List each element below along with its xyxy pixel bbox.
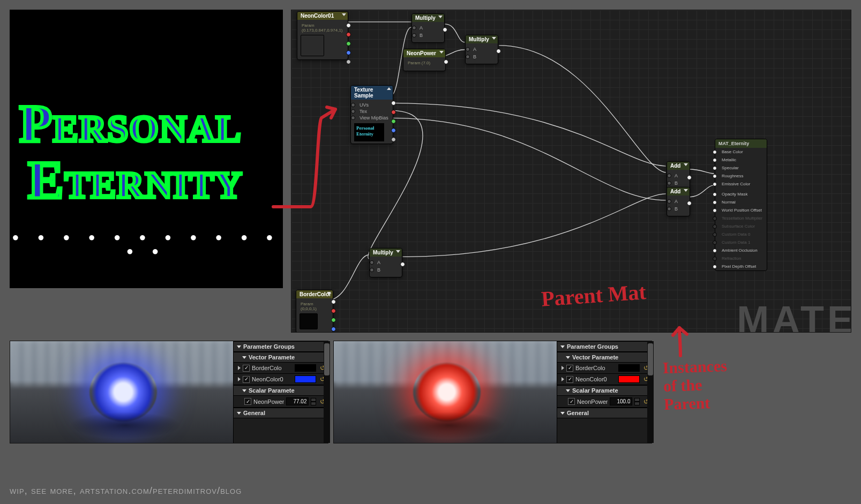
output-pin-b[interactable] — [391, 128, 396, 133]
output-pin[interactable] — [496, 49, 501, 54]
scalar-value-input[interactable] — [286, 397, 309, 405]
node-add-2[interactable]: Add A B — [667, 187, 690, 216]
spinner[interactable] — [634, 398, 640, 405]
node-add-1[interactable]: Add A B — [667, 161, 690, 191]
output-pin-r[interactable] — [331, 309, 336, 313]
input-pin[interactable] — [713, 265, 717, 269]
output-pin-rgb[interactable] — [331, 299, 336, 304]
expand-icon[interactable] — [561, 366, 564, 370]
input-pin-b[interactable] — [412, 33, 416, 37]
output-pin-g[interactable] — [331, 318, 336, 322]
input-pin[interactable] — [713, 216, 717, 221]
input-pin[interactable] — [713, 240, 717, 245]
input-pin[interactable] — [713, 192, 717, 197]
node-texture-sample[interactable]: Texture Sample UVs Tex View MipBias Pers… — [350, 85, 393, 144]
input-pin-a[interactable] — [412, 26, 416, 30]
collapse-icon[interactable] — [438, 16, 443, 18]
color-chip[interactable] — [618, 375, 640, 383]
node-neon-color[interactable]: NeonColor01 Param (0.173,0.847,0.974,1) — [297, 11, 348, 60]
output-pin-rgb[interactable] — [391, 101, 396, 106]
scrollbar-thumb[interactable] — [324, 343, 330, 375]
input-pin-b[interactable] — [667, 181, 671, 185]
group-header-parameter-groups[interactable]: Parameter Groups — [557, 341, 654, 352]
group-header-vector[interactable]: Vector Paramete — [557, 352, 654, 363]
override-checkbox[interactable] — [566, 376, 573, 383]
input-pin[interactable] — [713, 174, 717, 178]
input-pin-b[interactable] — [667, 207, 671, 211]
output-pin[interactable] — [687, 201, 692, 206]
group-header-vector[interactable]: Vector Paramete — [234, 352, 330, 363]
collapse-icon[interactable] — [492, 37, 496, 40]
output-pin[interactable] — [400, 262, 405, 267]
expand-icon[interactable] — [387, 87, 391, 90]
input-pin-a[interactable] — [667, 199, 671, 204]
output-pin[interactable] — [444, 59, 448, 64]
input-pin-b[interactable] — [466, 55, 470, 59]
output-pin-g[interactable] — [391, 119, 396, 124]
override-checkbox[interactable] — [243, 365, 250, 372]
input-pin[interactable] — [713, 200, 717, 205]
input-pin[interactable] — [713, 257, 717, 261]
override-checkbox[interactable] — [243, 376, 250, 383]
output-pin-b[interactable] — [331, 327, 336, 332]
input-pin-a[interactable] — [667, 174, 671, 178]
color-chip[interactable] — [295, 364, 316, 372]
scalar-value-input[interactable] — [610, 397, 632, 405]
node-border-color[interactable]: BorderColor Param (0,0,0,1) — [296, 290, 333, 333]
node-multiply-2[interactable]: Multiply A B — [465, 35, 498, 64]
input-pin[interactable] — [713, 166, 717, 170]
collapse-icon[interactable] — [439, 51, 444, 54]
node-multiply-1[interactable]: Multiply A B — [411, 13, 445, 43]
scrollbar[interactable] — [324, 341, 330, 443]
override-checkbox[interactable] — [566, 365, 573, 372]
input-pin-a[interactable] — [370, 260, 374, 265]
group-header-scalar[interactable]: Scalar Paramete — [557, 385, 654, 396]
output-pin[interactable] — [687, 175, 692, 180]
output-pin[interactable] — [443, 27, 447, 32]
override-checkbox[interactable] — [568, 398, 575, 405]
node-material-output[interactable]: MAT_Eternity Base Color Metallic Specula… — [715, 139, 767, 271]
collapse-icon[interactable] — [684, 163, 688, 166]
output-pin-r[interactable] — [346, 32, 351, 37]
override-checkbox[interactable] — [244, 398, 251, 405]
color-chip[interactable] — [618, 364, 640, 372]
input-pin-b[interactable] — [370, 268, 374, 272]
expand-icon[interactable] — [561, 377, 564, 381]
output-pin-b[interactable] — [346, 50, 351, 55]
input-pin-tex[interactable] — [351, 109, 355, 114]
input-pin-uvs[interactable] — [351, 103, 355, 107]
collapse-icon[interactable] — [396, 250, 400, 253]
expand-icon[interactable] — [238, 366, 241, 370]
output-pin-g[interactable] — [346, 41, 351, 46]
expand-icon[interactable] — [238, 377, 241, 381]
input-pin[interactable] — [713, 224, 717, 229]
output-pin-a[interactable] — [391, 137, 396, 142]
collapse-icon[interactable] — [327, 292, 331, 295]
color-swatch[interactable] — [300, 313, 318, 329]
scrollbar[interactable] — [647, 341, 654, 443]
input-pin-a[interactable] — [466, 47, 470, 51]
input-pin[interactable] — [713, 208, 717, 213]
collapse-icon[interactable] — [684, 189, 688, 192]
node-multiply-3[interactable]: Multiply A B — [369, 248, 402, 277]
input-pin[interactable] — [713, 249, 717, 253]
color-swatch[interactable] — [301, 35, 324, 56]
spinner[interactable] — [311, 398, 316, 405]
input-pin[interactable] — [713, 158, 717, 162]
input-pin-mip[interactable] — [351, 116, 355, 120]
input-pin[interactable] — [713, 150, 717, 154]
group-header-parameter-groups[interactable]: Parameter Groups — [234, 341, 330, 352]
output-pin-r[interactable] — [391, 110, 396, 115]
group-header-scalar[interactable]: Scalar Paramete — [234, 385, 330, 396]
instance-preview-viewport[interactable] — [334, 341, 557, 443]
group-header-general[interactable]: General — [557, 408, 654, 418]
material-graph-panel[interactable]: MATE — [291, 10, 851, 333]
input-pin[interactable] — [713, 182, 717, 186]
instance-preview-viewport[interactable] — [10, 341, 233, 443]
color-chip[interactable] — [295, 375, 316, 383]
scrollbar-thumb[interactable] — [648, 343, 653, 375]
output-pin-a[interactable] — [346, 59, 351, 64]
output-pin-rgb[interactable] — [346, 23, 351, 28]
collapse-icon[interactable] — [342, 13, 346, 16]
group-header-general[interactable]: General — [234, 408, 330, 418]
